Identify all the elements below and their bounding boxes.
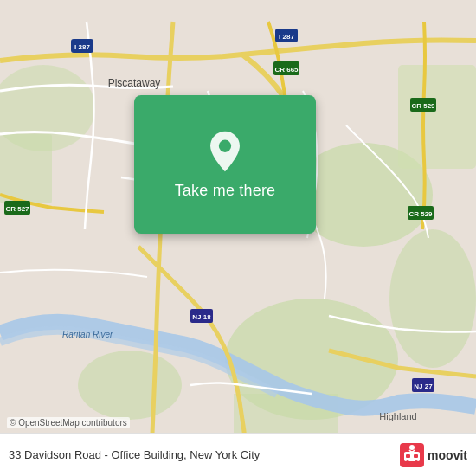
moovit-logo: moovit <box>400 443 467 467</box>
moovit-brand-text: moovit <box>428 448 467 462</box>
bottom-bar: 33 Davidson Road - Office Building, New … <box>0 433 476 476</box>
svg-text:CR 529: CR 529 <box>408 210 433 218</box>
svg-text:CR 527: CR 527 <box>5 205 29 213</box>
map-svg: I 287 I 287 CR 665 CR 529 CR 529 CR 527 … <box>0 0 476 476</box>
svg-point-29 <box>219 139 231 151</box>
svg-point-2 <box>78 351 182 420</box>
svg-text:CR 529: CR 529 <box>411 102 435 110</box>
svg-text:Highland: Highland <box>379 411 416 421</box>
take-me-there-button[interactable]: Take me there <box>175 182 276 200</box>
svg-text:NJ 18: NJ 18 <box>192 313 211 321</box>
svg-text:I 287: I 287 <box>279 33 294 41</box>
moovit-brand-icon <box>400 443 424 467</box>
svg-point-6 <box>389 229 476 368</box>
svg-rect-33 <box>414 454 418 458</box>
location-pin-icon <box>203 130 247 173</box>
copyright-text: © OpenStreetMap contributors <box>7 417 130 428</box>
svg-rect-5 <box>0 134 52 203</box>
svg-rect-32 <box>406 454 410 458</box>
navigation-card[interactable]: Take me there <box>134 95 316 234</box>
svg-rect-3 <box>398 65 476 169</box>
svg-text:I 287: I 287 <box>74 43 90 51</box>
map-container: I 287 I 287 CR 665 CR 529 CR 529 CR 527 … <box>0 0 476 476</box>
svg-text:Raritan River: Raritan River <box>62 330 113 339</box>
svg-point-36 <box>409 445 415 450</box>
svg-text:Piscataway: Piscataway <box>108 77 161 89</box>
svg-point-34 <box>406 460 409 464</box>
svg-point-35 <box>415 460 418 464</box>
svg-text:CR 665: CR 665 <box>274 66 299 74</box>
address-text: 33 Davidson Road - Office Building, New … <box>9 448 400 461</box>
svg-text:NJ 27: NJ 27 <box>414 383 433 390</box>
